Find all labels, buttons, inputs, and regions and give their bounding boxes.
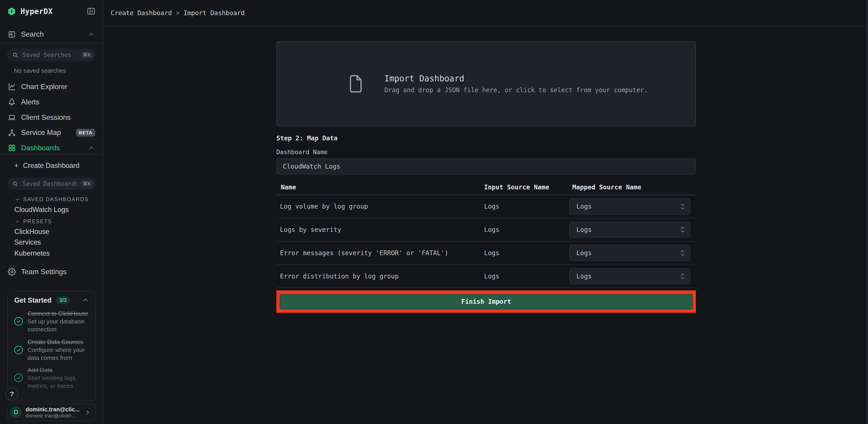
create-dashboard-label: Create Dashboard xyxy=(23,162,80,169)
sidebar-item-service-map[interactable]: Service Map BETA xyxy=(0,125,103,140)
finish-import-label: Finish Import xyxy=(461,298,511,305)
file-icon xyxy=(348,74,363,94)
check-circle-icon xyxy=(14,373,23,383)
panel-name: Error distribution by log group xyxy=(276,272,484,280)
checklist-title: Add Data xyxy=(28,367,53,373)
input-source-value: Logs xyxy=(484,203,569,210)
chevron-up-icon xyxy=(88,144,95,152)
finish-import-button[interactable]: Finish Import xyxy=(280,294,693,309)
logo-row: HyperDX xyxy=(0,0,103,23)
mapped-source-select[interactable]: Logs xyxy=(569,245,690,261)
import-dashboard-panel: Import Dashboard Drag and drop a JSON fi… xyxy=(276,26,696,313)
mapped-source-select[interactable]: Logs xyxy=(569,222,690,238)
scrollbar-track[interactable] xyxy=(866,0,868,424)
input-source-value: Logs xyxy=(484,249,569,257)
column-header-input-source: Input Source Name xyxy=(484,184,569,191)
group-saved-dashboards[interactable]: SAVED DASHBOARDS xyxy=(0,195,103,204)
table-row: Logs by severity Logs Logs xyxy=(276,218,696,241)
help-button[interactable]: ? xyxy=(5,388,18,400)
preset-item-kubernetes[interactable]: Kubernetes xyxy=(14,249,50,257)
table-row: Log volume by log group Logs Logs xyxy=(276,195,696,218)
search-icon xyxy=(12,52,19,58)
panel-name: Log volume by log group xyxy=(276,203,484,210)
saved-dashboards-searchbox[interactable]: ⌘K xyxy=(7,177,96,190)
search-section-label: Search xyxy=(21,30,44,38)
checklist-desc: Configure where your data comes from xyxy=(28,347,85,361)
shortcut-badge: ⌘K xyxy=(81,51,93,59)
breadcrumb-create-dashboard[interactable]: Create Dashboard xyxy=(111,9,172,17)
chevron-down-icon xyxy=(14,219,20,224)
saved-dashboards-input[interactable] xyxy=(21,180,78,188)
get-started-card: Get Started 3/3 Connect to ClickHouse Se… xyxy=(7,291,96,401)
team-settings-label: Team Settings xyxy=(21,268,66,276)
dropzone-title: Import Dashboard xyxy=(384,74,648,83)
checklist-desc: Set up your database connection xyxy=(28,318,84,333)
top-header: Create Dashboard > Import Dashboard xyxy=(103,0,868,26)
beta-badge: BETA xyxy=(76,129,95,136)
sidebar-item-alerts[interactable]: Alerts xyxy=(0,95,103,110)
checklist-item-connect[interactable]: Connect to ClickHouse Set up your databa… xyxy=(8,309,95,333)
check-circle-icon xyxy=(14,345,23,355)
mapped-source-select[interactable]: Logs xyxy=(569,268,690,284)
checklist-item-sources[interactable]: Create Data Sources Configure where your… xyxy=(8,338,95,362)
sidebar-item-label: Chart Explorer xyxy=(21,83,67,91)
collapse-sidebar-icon[interactable] xyxy=(86,6,96,16)
sidebar-item-label: Dashboards xyxy=(21,144,60,152)
sidebar-section-search[interactable]: Search xyxy=(0,26,103,43)
checklist-title: Create Data Sources xyxy=(28,338,84,345)
search-section-icon xyxy=(8,30,16,39)
create-dashboard-button[interactable]: + Create Dashboard xyxy=(0,160,103,171)
sidebar-item-label: Client Sessions xyxy=(21,113,70,122)
preset-item-clickhouse[interactable]: ClickHouse xyxy=(14,228,50,236)
saved-searches-searchbox[interactable]: ⌘K xyxy=(7,48,96,61)
app-title: HyperDX xyxy=(20,7,86,16)
dropzone-subtitle: Drag and drop a JSON file here, or click… xyxy=(384,87,648,93)
sidebar-item-chart-explorer[interactable]: Chart Explorer xyxy=(0,79,103,95)
sidebar-item-dashboards[interactable]: Dashboards xyxy=(0,140,103,156)
dashboard-name-label: Dashboard Name xyxy=(276,149,696,155)
group-presets[interactable]: PRESETS xyxy=(0,217,103,226)
preset-item-services[interactable]: Services xyxy=(14,238,41,247)
mapped-source-value: Logs xyxy=(576,226,680,233)
saved-searches-input[interactable] xyxy=(21,51,78,59)
chevron-down-icon xyxy=(14,197,20,202)
dashboard-item-cloudwatch-logs[interactable]: CloudWatch Logs xyxy=(14,205,69,214)
mapped-source-select[interactable]: Logs xyxy=(569,199,690,215)
select-chevrons-icon xyxy=(680,249,685,257)
chart-icon xyxy=(8,83,16,91)
mapped-source-value: Logs xyxy=(576,249,680,257)
annotation-highlight-box: Finish Import xyxy=(276,290,696,313)
sidebar-item-label: Service Map xyxy=(21,128,61,137)
sidebar-item-label: Alerts xyxy=(21,98,39,106)
shortcut-badge: ⌘K xyxy=(81,180,93,188)
select-chevrons-icon xyxy=(680,203,685,210)
get-started-title: Get Started xyxy=(14,296,52,304)
grid-icon xyxy=(8,144,16,152)
select-chevrons-icon xyxy=(680,272,685,280)
table-header-row: Name Input Source Name Mapped Source Nam… xyxy=(276,174,696,195)
dashboard-name-input[interactable] xyxy=(276,158,696,174)
user-account-card[interactable]: D dominic.tran@clic... dominic.tran@clic… xyxy=(7,404,96,421)
sidebar-item-team-settings[interactable]: Team Settings xyxy=(0,264,103,279)
table-row: Error distribution by log group Logs Log… xyxy=(276,265,696,288)
hyperdx-logo-icon xyxy=(7,7,16,16)
table-row: Error messages (severity 'ERROR' or 'FAT… xyxy=(276,241,696,265)
panel-name: Error messages (severity 'ERROR' or 'FAT… xyxy=(276,249,484,257)
chevron-right-icon xyxy=(84,409,91,416)
laptop-icon xyxy=(8,113,16,122)
user-email: dominic.tran@clickh... xyxy=(26,413,81,419)
checklist-item-add-data[interactable]: Add Data Start sending logs, metrics, or… xyxy=(8,366,95,390)
sidebar-item-client-sessions[interactable]: Client Sessions xyxy=(0,109,103,125)
divider xyxy=(0,154,103,155)
chevron-up-icon xyxy=(88,31,95,38)
breadcrumb-import-dashboard[interactable]: Import Dashboard xyxy=(183,9,245,17)
check-circle-icon xyxy=(14,317,23,326)
search-icon xyxy=(12,181,19,187)
bell-icon xyxy=(8,98,16,106)
column-header-mapped-source: Mapped Source Name xyxy=(569,184,696,191)
breadcrumb-separator: > xyxy=(176,9,180,17)
column-header-name: Name xyxy=(276,184,484,191)
json-dropzone[interactable]: Import Dashboard Drag and drop a JSON fi… xyxy=(276,41,696,126)
get-started-header[interactable]: Get Started 3/3 xyxy=(8,291,95,304)
group-label: SAVED DASHBOARDS xyxy=(23,196,89,202)
